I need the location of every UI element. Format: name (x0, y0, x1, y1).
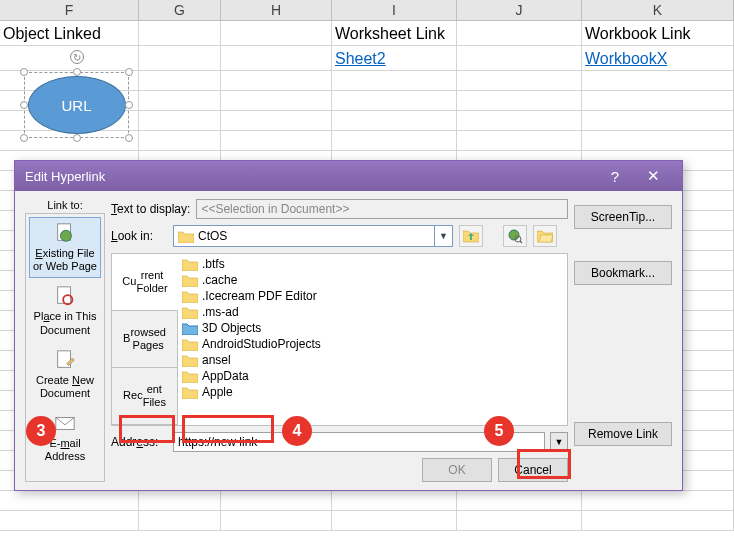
folder-icon (182, 338, 198, 351)
list-item[interactable]: 3D Objects (182, 320, 563, 336)
resize-handle[interactable] (20, 101, 28, 109)
cell-K2[interactable]: WorkbookX (582, 46, 734, 70)
folder-icon (182, 354, 198, 367)
resize-handle[interactable] (125, 101, 133, 109)
svg-point-6 (509, 230, 519, 240)
workbook-link[interactable]: WorkbookX (585, 50, 667, 67)
text-to-display-label: Text to display: (111, 202, 190, 216)
look-in-value: CtOS (198, 229, 434, 243)
remove-link-button[interactable]: Remove Link (574, 422, 672, 446)
folder-icon (182, 386, 198, 399)
browse-file-button[interactable] (533, 225, 557, 247)
folder-icon (182, 306, 198, 319)
list-item[interactable]: AndroidStudioProjects (182, 336, 563, 352)
globe-search-icon (507, 228, 523, 244)
cell-F1[interactable]: Object Linked (0, 21, 139, 45)
dialog-titlebar[interactable]: Edit Hyperlink ? ✕ (15, 161, 682, 191)
svg-point-1 (60, 230, 71, 241)
tab-recent-files[interactable]: RecentFiles (112, 368, 178, 425)
col-header-G[interactable]: G (139, 0, 221, 20)
document-target-icon (54, 285, 76, 307)
cell-J2[interactable] (457, 46, 582, 70)
list-item[interactable]: .ms-ad (182, 304, 563, 320)
close-button[interactable]: ✕ (634, 161, 672, 191)
address-label: Address: (111, 435, 167, 449)
link-to-place-in-doc[interactable]: Place in This Document (29, 280, 101, 341)
dialog-title: Edit Hyperlink (25, 169, 105, 184)
list-item[interactable]: AppData (182, 368, 563, 384)
cell-G2[interactable] (139, 46, 221, 70)
cancel-button[interactable]: Cancel (498, 458, 568, 482)
list-item[interactable]: .btfs (182, 256, 563, 272)
address-input[interactable] (173, 432, 545, 452)
cell-I1[interactable]: Worksheet Link (332, 21, 457, 45)
row-1: Object Linked Worksheet Link Workbook Li… (0, 21, 734, 46)
resize-handle[interactable] (73, 68, 81, 76)
address-dropdown-button[interactable]: ▼ (550, 432, 568, 452)
help-button[interactable]: ? (596, 161, 634, 191)
link-to-email[interactable]: E-mail Address (29, 407, 101, 468)
folder-icon (182, 370, 198, 383)
globe-file-icon (54, 222, 76, 244)
selection-border (24, 72, 129, 138)
folder-icon (178, 230, 194, 243)
col-header-F[interactable]: F (0, 0, 139, 20)
edit-hyperlink-dialog: Edit Hyperlink ? ✕ Link to: Existing Fil… (14, 160, 683, 491)
folder-icon (182, 274, 198, 287)
link-to-existing-file[interactable]: Existing File or Web Page (29, 217, 101, 278)
up-folder-icon (463, 229, 479, 243)
col-header-H[interactable]: H (221, 0, 332, 20)
link-to-create-new[interactable]: Create New Document (29, 344, 101, 405)
look-in-label: Look in: (111, 229, 167, 243)
resize-handle[interactable] (20, 134, 28, 142)
cell-I2[interactable]: Sheet2 (332, 46, 457, 70)
file-list[interactable]: .btfs .cache .Icecream PDF Editor .ms-ad… (178, 254, 567, 425)
list-item[interactable]: .Icecream PDF Editor (182, 288, 563, 304)
screentip-button[interactable]: ScreenTip... (574, 205, 672, 229)
sheet-link[interactable]: Sheet2 (335, 50, 386, 67)
resize-handle[interactable] (20, 68, 28, 76)
url-shape[interactable]: ↻ URL (20, 68, 133, 142)
svg-line-8 (520, 241, 522, 243)
rotation-handle[interactable]: ↻ (70, 50, 84, 64)
bookmark-button[interactable]: Bookmark... (574, 261, 672, 285)
folder-icon (182, 290, 198, 303)
folder-icon (182, 258, 198, 271)
resize-handle[interactable] (73, 134, 81, 142)
file-browser: CurrentFolder BrowsedPages RecentFiles .… (111, 253, 568, 426)
combo-dropdown-button[interactable]: ▼ (434, 226, 452, 246)
link-to-panel: Link to: Existing File or Web Page Place… (25, 199, 105, 482)
open-folder-icon (537, 229, 553, 243)
tab-current-folder[interactable]: CurrentFolder (112, 254, 178, 311)
link-to-label: Link to: (47, 199, 82, 211)
list-item[interactable]: .cache (182, 272, 563, 288)
dialog-main: Text to display: Look in: CtOS ▼ (111, 199, 568, 482)
cell-G1[interactable] (139, 21, 221, 45)
cell-K1[interactable]: Workbook Link (582, 21, 734, 45)
dialog-right-buttons: ScreenTip... Bookmark... Remove Link (574, 199, 672, 482)
look-in-combo[interactable]: CtOS ▼ (173, 225, 453, 247)
email-icon (54, 412, 76, 434)
cell-H2[interactable] (221, 46, 332, 70)
browse-web-button[interactable] (503, 225, 527, 247)
resize-handle[interactable] (125, 134, 133, 142)
new-document-icon (54, 349, 76, 371)
three-d-folder-icon (182, 322, 198, 335)
column-headers: F G H I J K (0, 0, 734, 21)
col-header-I[interactable]: I (332, 0, 457, 20)
col-header-J[interactable]: J (457, 0, 582, 20)
resize-handle[interactable] (125, 68, 133, 76)
col-header-K[interactable]: K (582, 0, 734, 20)
list-item[interactable]: Apple (182, 384, 563, 400)
up-folder-button[interactable] (459, 225, 483, 247)
list-item[interactable]: ansel (182, 352, 563, 368)
cell-J1[interactable] (457, 21, 582, 45)
tab-browsed-pages[interactable]: BrowsedPages (112, 311, 178, 368)
ok-button[interactable]: OK (422, 458, 492, 482)
cell-H1[interactable] (221, 21, 332, 45)
text-to-display-input (196, 199, 568, 219)
